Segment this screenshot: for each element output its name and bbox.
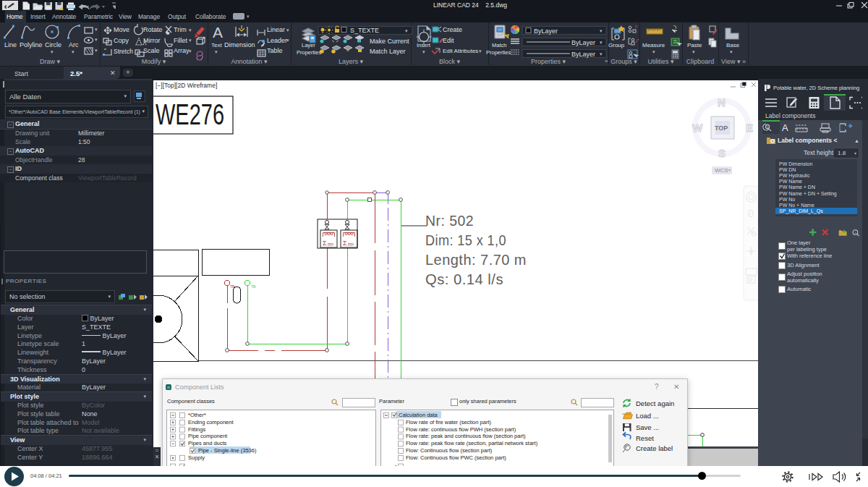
svg-text:Nr: 502: Nr: 502: [425, 212, 474, 229]
svg-text:m³: m³: [348, 242, 354, 247]
svg-text:1: 1: [767, 125, 769, 130]
svg-text:Length: 7.70 m: Length: 7.70 m: [425, 251, 527, 268]
svg-text:m³: m³: [328, 242, 334, 247]
svg-text:Save ...: Save ...: [636, 423, 659, 431]
svg-text:[−][Top][2D Wireframe]: [−][Top][2D Wireframe]: [156, 82, 217, 89]
svg-text:▾: ▾: [728, 168, 731, 172]
svg-text:WCS: WCS: [715, 167, 728, 174]
svg-text:N: N: [718, 96, 726, 109]
svg-text:Reset: Reset: [636, 434, 654, 442]
svg-text:WE276: WE276: [156, 98, 224, 130]
svg-text:W: W: [692, 122, 703, 134]
svg-text:S: S: [718, 147, 726, 159]
svg-text:TB: TB: [230, 284, 235, 289]
svg-text:TOP: TOP: [715, 124, 728, 132]
svg-text:A: A: [782, 122, 788, 133]
svg-text:Σ: Σ: [343, 240, 347, 247]
svg-text:Create label: Create label: [636, 444, 673, 452]
svg-text:Σ: Σ: [323, 240, 327, 247]
svg-text:Detect again: Detect again: [636, 399, 674, 407]
svg-text:Dim: 15 x 1,0: Dim: 15 x 1,0: [425, 232, 506, 248]
svg-text:TB: TB: [251, 284, 256, 289]
svg-text:E: E: [746, 122, 753, 134]
svg-text:Load ...: Load ...: [636, 412, 659, 420]
svg-text:Qs: 0.14 l/s: Qs: 0.14 l/s: [425, 271, 503, 287]
